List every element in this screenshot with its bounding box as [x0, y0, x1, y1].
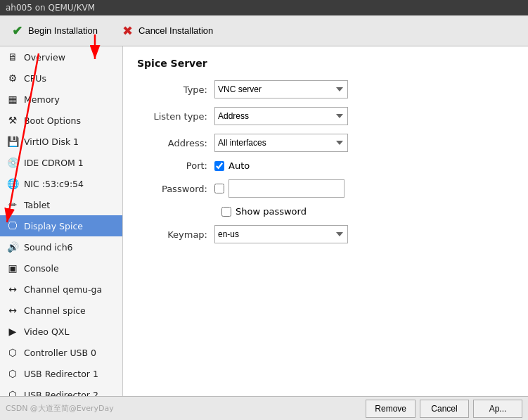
keymap-row: Keymap: en-us de fr es	[137, 225, 514, 243]
sound-icon: 🔊	[6, 240, 20, 254]
sidebar-item-cpus[interactable]: ⚙CPUs	[0, 68, 122, 89]
sidebar-item-display-spice[interactable]: 🖵Display Spice	[0, 215, 122, 236]
listen-type-control: Address None Network	[214, 107, 348, 125]
sidebar-item-label-channel-spice: Channel spice	[24, 305, 86, 316]
show-password-row: Show password	[221, 206, 514, 217]
apply-button[interactable]: Ap...	[473, 400, 522, 418]
watermark: CSDN @大道至简@EveryDay	[6, 403, 114, 414]
title-text: ah005 on QEMU/KVM	[6, 3, 95, 13]
sidebar-item-console[interactable]: ▣Console	[0, 257, 122, 279]
sidebar-item-label-cpus: CPUs	[24, 73, 46, 84]
usb-icon: ⬡	[6, 367, 20, 381]
listen-type-select[interactable]: Address None Network	[214, 107, 348, 125]
sidebar-item-label-usb-redirect-2: USB Redirector 2	[24, 390, 98, 397]
port-row: Port: Auto	[137, 160, 514, 171]
sidebar-item-channel-qemu[interactable]: ↔Channel qemu-ga	[0, 279, 122, 300]
listen-type-row: Listen type: Address None Network	[137, 107, 514, 125]
sidebar-item-label-display-spice: Display Spice	[24, 221, 83, 231]
sidebar-item-label-nic: NIC :53:c9:54	[24, 179, 84, 189]
remove-label: Remove	[375, 404, 406, 414]
console-icon: ▣	[6, 261, 20, 275]
sidebar-item-overview[interactable]: 🖥Overview	[0, 46, 122, 68]
sidebar-item-label-video-qxl: Video QXL	[24, 326, 69, 337]
sidebar-item-channel-spice[interactable]: ↔Channel spice	[0, 300, 122, 321]
sidebar-item-label-tablet: Tablet	[24, 200, 50, 210]
password-row: Password:	[137, 179, 514, 198]
cancel-installation-button[interactable]: ✖ Cancel Installation	[116, 21, 217, 41]
begin-installation-button[interactable]: ✔ Begin Installation	[6, 21, 102, 41]
video-icon: ▶	[6, 324, 20, 338]
type-label: Type:	[137, 84, 214, 95]
show-password-checkbox[interactable]	[221, 207, 231, 217]
address-label: Address:	[137, 138, 214, 148]
port-auto-checkbox[interactable]	[214, 161, 224, 171]
port-control: Auto	[214, 160, 250, 171]
address-row: Address: All interfaces Localhost only	[137, 134, 514, 152]
type-control: VNC server Spice server	[214, 80, 348, 98]
tablet-icon: ✏	[6, 198, 20, 212]
sidebar-item-ide-cdrom[interactable]: 💿IDE CDROM 1	[0, 152, 122, 173]
detail-panel: Spice Server Type: VNC server Spice serv…	[123, 46, 528, 396]
sidebar-item-label-console: Console	[24, 263, 59, 274]
toolbar: ✔ Begin Installation ✖ Cancel Installati…	[0, 15, 528, 46]
cdrom-icon: 💿	[6, 155, 20, 170]
type-select[interactable]: VNC server Spice server	[214, 80, 348, 98]
sidebar-item-tablet[interactable]: ✏Tablet	[0, 194, 122, 215]
sidebar-item-label-memory: Memory	[24, 94, 60, 105]
keymap-label: Keymap:	[137, 229, 214, 240]
sidebar-item-usb-redirect-2[interactable]: ⬡USB Redirector 2	[0, 384, 122, 396]
port-label: Port:	[137, 160, 214, 171]
main-content: 🖥Overview⚙CPUs▦Memory⚒Boot Options💾VirtI…	[0, 46, 528, 396]
memory-icon: ▦	[6, 92, 20, 106]
type-row: Type: VNC server Spice server	[137, 80, 514, 98]
password-input[interactable]	[228, 179, 345, 198]
sidebar-item-memory[interactable]: ▦Memory	[0, 89, 122, 110]
sidebar-item-controller-usb[interactable]: ⬡Controller USB 0	[0, 342, 122, 363]
sidebar-item-label-channel-qemu: Channel qemu-ga	[24, 284, 102, 295]
sidebar-item-label-boot: Boot Options	[24, 115, 81, 126]
cpu-icon: ⚙	[6, 71, 20, 85]
address-select[interactable]: All interfaces Localhost only	[214, 134, 348, 152]
remove-button[interactable]: Remove	[366, 400, 416, 418]
sidebar-items-container: 🖥Overview⚙CPUs▦Memory⚒Boot Options💾VirtI…	[0, 46, 122, 396]
cancel-icon: ✖	[120, 24, 134, 38]
password-control	[214, 179, 345, 198]
sidebar-item-sound[interactable]: 🔊Sound ich6	[0, 236, 122, 257]
password-enable-checkbox[interactable]	[214, 184, 224, 193]
address-control: All interfaces Localhost only	[214, 134, 348, 152]
keymap-control: en-us de fr es	[214, 225, 348, 243]
port-auto-label: Auto	[228, 160, 250, 171]
usb-icon: ⬡	[6, 345, 20, 359]
sidebar-item-label-sound: Sound ich6	[24, 242, 73, 253]
keymap-select[interactable]: en-us de fr es	[214, 225, 348, 243]
disk-icon: 💾	[6, 134, 20, 148]
sidebar: 🖥Overview⚙CPUs▦Memory⚒Boot Options💾VirtI…	[0, 46, 123, 396]
channel-icon: ↔	[6, 282, 20, 296]
overview-icon: 🖥	[6, 50, 20, 64]
sidebar-item-label-overview: Overview	[24, 52, 65, 63]
sidebar-item-label-controller-usb: Controller USB 0	[24, 348, 96, 358]
check-icon: ✔	[10, 24, 24, 38]
bottom-bar: CSDN @大道至简@EveryDay Remove Cancel Ap...	[0, 396, 528, 420]
display-icon: 🖵	[6, 219, 20, 233]
cancel-installation-label: Cancel Installation	[139, 25, 213, 36]
sidebar-item-video-qxl[interactable]: ▶Video QXL	[0, 321, 122, 342]
sidebar-item-label-usb-redirect-1: USB Redirector 1	[24, 369, 98, 379]
section-title: Spice Server	[137, 58, 514, 69]
cancel-button[interactable]: Cancel	[420, 400, 469, 418]
sidebar-item-label-virtio-disk: VirtIO Disk 1	[24, 136, 79, 147]
channel-icon: ↔	[6, 303, 20, 317]
boot-icon: ⚒	[6, 113, 20, 127]
begin-installation-label: Begin Installation	[28, 25, 98, 36]
sidebar-item-label-ide-cdrom: IDE CDROM 1	[24, 158, 84, 168]
sidebar-item-virtio-disk[interactable]: 💾VirtIO Disk 1	[0, 131, 122, 152]
cancel-label: Cancel	[431, 404, 457, 414]
sidebar-item-nic[interactable]: 🌐NIC :53:c9:54	[0, 173, 122, 194]
sidebar-item-boot[interactable]: ⚒Boot Options	[0, 110, 122, 131]
title-bar: ah005 on QEMU/KVM	[0, 0, 528, 15]
nic-icon: 🌐	[6, 177, 20, 191]
listen-type-label: Listen type:	[137, 111, 214, 122]
apply-label: Ap...	[489, 404, 507, 414]
sidebar-item-usb-redirect-1[interactable]: ⬡USB Redirector 1	[0, 363, 122, 384]
usb-icon: ⬡	[6, 388, 20, 396]
